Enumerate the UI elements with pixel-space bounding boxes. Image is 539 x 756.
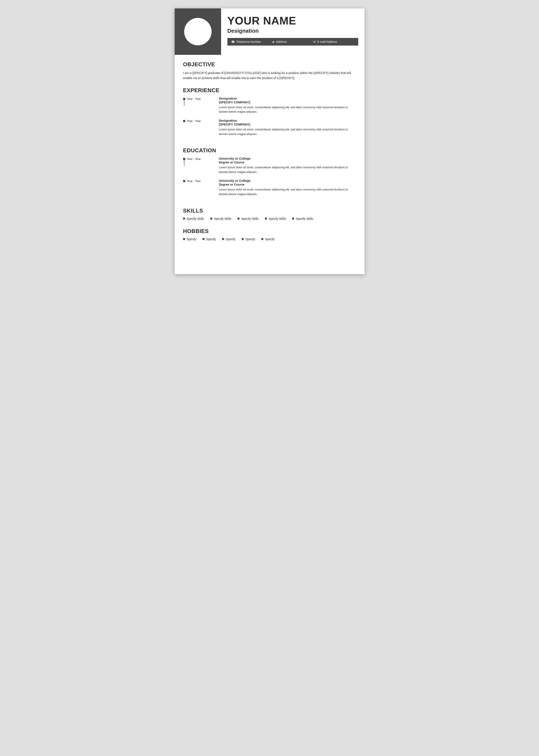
- timeline-right-2: Designation [SPECIFY COMPANY] Lorem ipsu…: [217, 119, 356, 136]
- experience-section: EXPERIENCE Year - Year Designation [SPEC…: [183, 87, 356, 141]
- skill-bullet-4: [265, 218, 267, 220]
- hobby-bullet-5: [262, 238, 263, 240]
- address-text: Address: [276, 40, 287, 43]
- hobbies-section: HOBBIES Specify Specify Specify Specify: [183, 228, 356, 242]
- education-title: EDUCATION: [183, 147, 356, 154]
- skill-item-2: Specify Skills: [210, 217, 231, 220]
- timeline-bullet-2: [183, 120, 185, 122]
- edu-institution-1: University or College: [219, 157, 356, 160]
- hobby-bullet-4: [242, 238, 244, 240]
- photo-block: [175, 8, 221, 55]
- contact-bar: ☎ Telephone Number ◈ Address ✉ E-mail Ad…: [227, 38, 358, 45]
- contact-phone: ☎ Telephone Number: [231, 40, 272, 43]
- hobbies-list: Specify Specify Specify Specify Specify: [183, 238, 356, 242]
- edu-desc-2: Lorem ipsum dolor sit amet, consectetuer…: [219, 187, 356, 196]
- education-timeline: Year - Year University or College Degree…: [183, 157, 356, 201]
- skill-bullet-3: [238, 218, 239, 220]
- skill-label-1: Specify Skills: [187, 217, 204, 220]
- edu-timeline-left-2: Year - Year: [183, 179, 217, 183]
- timeline-left-2: Year - Year: [183, 119, 217, 123]
- exp-desc-2: Lorem ipsum dolor sit amet, consectetuer…: [219, 127, 356, 136]
- main-content: OBJECTIVE I am a [SPECIFY] graduate of […: [175, 55, 364, 257]
- skills-title: SKILLS: [183, 208, 356, 214]
- edu-institution-2: University or College: [219, 179, 356, 182]
- hobby-label-4: Specify: [245, 238, 255, 241]
- edu-degree-2: Degree or Course: [219, 183, 356, 186]
- hobby-item-1: Specify: [183, 238, 196, 241]
- hobby-label-3: Specify: [226, 238, 235, 241]
- skill-label-2: Specify Skills: [214, 217, 231, 220]
- edu-timeline-left-1: Year - Year: [183, 157, 217, 161]
- edu-year-1: Year - Year: [183, 157, 201, 161]
- skill-item-3: Specify Skills: [238, 217, 259, 220]
- edu-timeline-right-1: University or College Degree or Course L…: [217, 157, 356, 174]
- exp-company-2: [SPECIFY COMPANY]: [219, 123, 356, 126]
- profile-photo: [184, 18, 212, 45]
- hobby-label-1: Specify: [187, 238, 196, 241]
- resume-page: YOUR NAME Designation ☎ Telephone Number…: [175, 8, 364, 274]
- education-item-2: Year - Year University or College Degree…: [183, 179, 356, 196]
- timeline-right-1: Designation [SPECIFY COMPANY] Lorem ipsu…: [217, 97, 356, 114]
- location-icon: ◈: [272, 40, 274, 43]
- exp-desc-1: Lorem ipsum dolor sit amet, consectetuer…: [219, 105, 356, 114]
- hobbies-title: HOBBIES: [183, 228, 356, 235]
- edu-bullet-2: [183, 180, 185, 182]
- skill-item-5: Specify Skills: [292, 217, 313, 220]
- hobby-label-2: Specify: [206, 238, 216, 241]
- skill-bullet-1: [183, 218, 185, 220]
- resume-designation: Designation: [227, 28, 358, 34]
- phone-number: Telephone Number: [236, 40, 261, 43]
- timeline-left-1: Year - Year: [183, 97, 217, 101]
- skill-bullet-5: [292, 218, 294, 220]
- phone-icon: ☎: [231, 40, 235, 43]
- education-item-1: Year - Year University or College Degree…: [183, 157, 356, 174]
- exp-company-1: [SPECIFY COMPANY]: [219, 101, 356, 104]
- skill-label-5: Specify Skills: [296, 217, 313, 220]
- header-info: YOUR NAME Designation ☎ Telephone Number…: [221, 8, 364, 55]
- skill-item-4: Specify Skills: [265, 217, 286, 220]
- hobby-item-4: Specify: [242, 238, 255, 241]
- objective-section: OBJECTIVE I am a [SPECIFY] graduate of […: [183, 61, 356, 81]
- resume-name: YOUR NAME: [227, 15, 358, 27]
- hobby-item-2: Specify: [202, 238, 216, 241]
- skill-bullet-2: [210, 218, 212, 220]
- objective-title: OBJECTIVE: [183, 61, 356, 68]
- edu-year-2: Year - Year: [183, 179, 201, 183]
- hobby-bullet-3: [222, 238, 224, 240]
- hobby-bullet-1: [183, 238, 185, 240]
- email-text: E-mail Address: [317, 40, 337, 43]
- edu-desc-1: Lorem ipsum dolor sit amet, consectetuer…: [219, 165, 356, 174]
- hobby-label-5: Specify: [265, 238, 275, 241]
- edu-timeline-right-2: University or College Degree or Course L…: [217, 179, 356, 196]
- timeline-line-1: [184, 100, 185, 105]
- experience-title: EXPERIENCE: [183, 87, 356, 94]
- exp-year-2: Year - Year: [183, 119, 201, 123]
- skill-label-3: Specify Skills: [241, 217, 259, 220]
- hobby-item-5: Specify: [262, 238, 275, 241]
- skill-label-4: Specify Skills: [269, 217, 286, 220]
- education-section: EDUCATION Year - Year University or Coll…: [183, 147, 356, 201]
- edu-line-1: [184, 160, 185, 166]
- skills-section: SKILLS Specify Skills Specify Skills Spe…: [183, 208, 356, 222]
- exp-designation-1: Designation: [219, 97, 356, 100]
- edu-degree-1: Degree or Course: [219, 161, 356, 164]
- experience-item-2: Year - Year Designation [SPECIFY COMPANY…: [183, 119, 356, 136]
- contact-address: ◈ Address: [272, 40, 313, 43]
- email-icon: ✉: [313, 40, 316, 43]
- hobby-item-3: Specify: [222, 238, 235, 241]
- objective-text: I am a [SPECIFY] graduate of [UNIVERSITY…: [183, 71, 356, 81]
- resume-header: YOUR NAME Designation ☎ Telephone Number…: [175, 8, 364, 55]
- skill-item-1: Specify Skills: [183, 217, 204, 220]
- experience-item-1: Year - Year Designation [SPECIFY COMPANY…: [183, 97, 356, 114]
- experience-timeline: Year - Year Designation [SPECIFY COMPANY…: [183, 97, 356, 141]
- exp-designation-2: Designation: [219, 119, 356, 122]
- skills-list: Specify Skills Specify Skills Specify Sk…: [183, 217, 356, 222]
- contact-email: ✉ E-mail Address: [313, 40, 354, 43]
- exp-year-1: Year - Year: [183, 97, 201, 101]
- hobby-bullet-2: [202, 238, 204, 240]
